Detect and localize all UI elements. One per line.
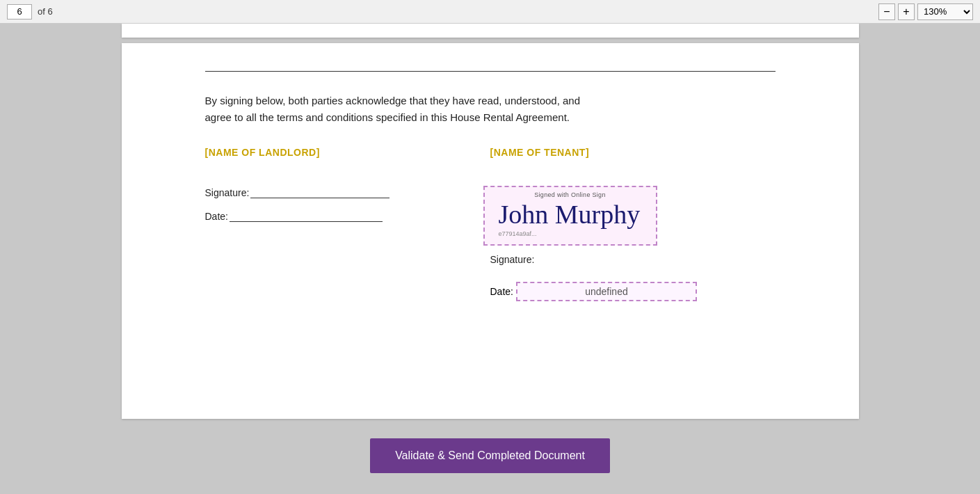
- zoom-controls: − + 50% 75% 100% 125% 130% 150% 200%: [878, 3, 973, 20]
- parties-section: [NAME OF LANDLORD] Signature: Date: [NAM…: [205, 147, 776, 301]
- tenant-signature-label: Signature:: [490, 254, 535, 265]
- toolbar: 6 of 6 − + 50% 75% 100% 125% 130% 150% 2…: [0, 0, 980, 24]
- tenant-date-label: Date:: [490, 286, 513, 297]
- tenant-name-label: [NAME OF TENANT]: [490, 147, 776, 158]
- validate-send-button[interactable]: Validate & Send Completed Document: [370, 438, 610, 473]
- tenant-signature-cursive: John Murphy: [499, 201, 642, 228]
- doc-page-top: [122, 24, 859, 38]
- landlord-date-underline: [230, 209, 383, 222]
- tenant-column: [NAME OF TENANT] Signed with Online Sign…: [490, 147, 776, 301]
- landlord-date-label: Date:: [205, 211, 228, 222]
- main-area: By signing below, both parties acknowled…: [0, 24, 980, 494]
- tenant-signature-box: Signed with Online Sign John Murphy e779…: [483, 186, 657, 246]
- tenant-date-row: Date: undefined: [490, 282, 697, 301]
- landlord-name-label: [NAME OF LANDLORD]: [205, 147, 490, 158]
- validate-button-container: Validate & Send Completed Document: [370, 424, 610, 494]
- zoom-in-button[interactable]: +: [898, 3, 915, 20]
- page-total-label: of 6: [38, 6, 53, 17]
- tenant-signature-line: Signature:: [490, 254, 535, 265]
- doc-page-main: By signing below, both parties acknowled…: [122, 43, 859, 419]
- tenant-signature-area: Signed with Online Sign John Murphy e779…: [490, 186, 776, 301]
- zoom-select[interactable]: 50% 75% 100% 125% 130% 150% 200%: [917, 3, 973, 20]
- tenant-date-box: undefined: [516, 282, 697, 301]
- landlord-column: [NAME OF LANDLORD] Signature: Date:: [205, 147, 490, 301]
- doc-body-text: By signing below, both parties acknowled…: [205, 93, 776, 126]
- landlord-date-line: Date:: [205, 209, 490, 222]
- landlord-signature-underline: [250, 186, 389, 198]
- page-number-input[interactable]: 6: [7, 4, 32, 19]
- landlord-signature-line: Signature:: [205, 186, 490, 198]
- doc-divider: [205, 71, 776, 72]
- zoom-out-button[interactable]: −: [878, 3, 895, 20]
- landlord-signature-label: Signature:: [205, 187, 250, 198]
- tenant-signature-hash: e77914a9af...: [499, 230, 642, 237]
- signed-with-label: Signed with Online Sign: [534, 191, 605, 198]
- page-container: By signing below, both parties acknowled…: [0, 24, 980, 494]
